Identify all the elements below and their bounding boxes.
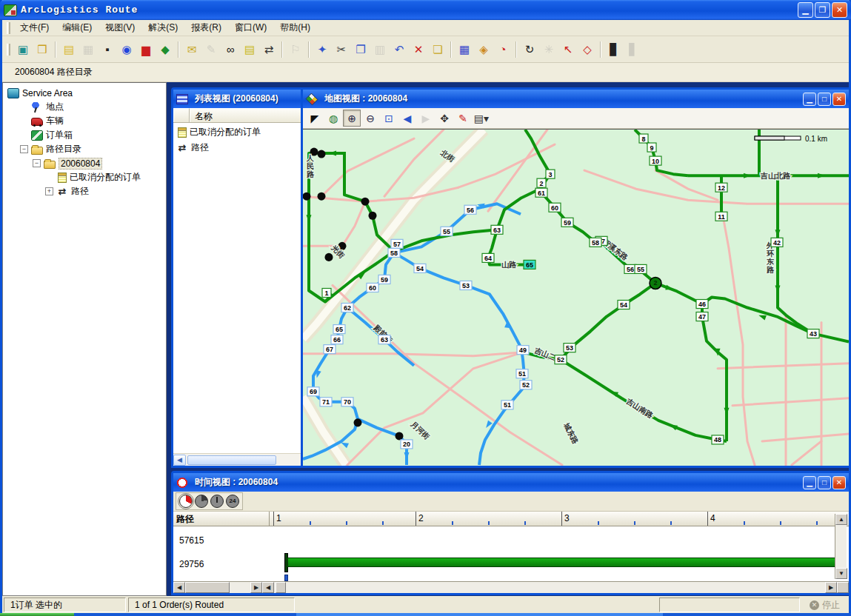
route-column-header[interactable]: 路径 — [173, 512, 270, 526]
tree-item--[interactable]: 订单箱 — [3, 128, 166, 142]
zoom-select-tool[interactable]: ⊡ — [380, 110, 398, 127]
export-icon[interactable]: ❏ — [429, 41, 447, 58]
map-view-title-bar[interactable]: 地图视图 : 20060804 ▁ □ ✕ — [303, 90, 849, 108]
clock-quarter[interactable] — [195, 495, 208, 508]
draw-tool[interactable]: ✎ — [454, 110, 472, 127]
lock-icon[interactable]: ▊ — [605, 41, 623, 58]
unassigned-stop-dot[interactable] — [396, 432, 404, 440]
map-maximize-button[interactable]: □ — [818, 93, 831, 106]
zone-select-icon[interactable]: ◇ — [578, 41, 596, 58]
map-image[interactable]: 北街人民路光街吉山北路智溪东路外环东路山路殿前街月河街吉山二路吉山南路城东路12… — [303, 130, 849, 466]
scroll-right-icon[interactable]: ▶ — [250, 582, 262, 593]
tree-item--[interactable]: 地点 — [3, 100, 166, 114]
collapse-icon[interactable]: − — [33, 159, 41, 167]
time-view-icon[interactable]: ◔ — [494, 41, 512, 58]
properties-icon[interactable]: ✦ — [313, 41, 331, 58]
route-row-label[interactable]: 57615 — [179, 535, 204, 546]
tree-item--[interactable]: +⇄路径 — [3, 184, 166, 198]
copy-icon[interactable]: ❐ — [352, 41, 370, 58]
orders-list-icon[interactable]: ▤ — [241, 41, 258, 58]
unassigned-stop-dot[interactable] — [354, 418, 362, 426]
unassigned-stop-dot[interactable] — [369, 212, 377, 220]
close-button[interactable]: ✕ — [832, 2, 847, 18]
clock-interval-red[interactable] — [179, 495, 193, 508]
time-view-title-bar[interactable]: 时间视图 : 20060804 ▁ □ ✕ — [173, 473, 849, 492]
clock-24h[interactable]: 24 — [226, 495, 239, 508]
restore-button[interactable]: ❐ — [815, 2, 830, 18]
full-extent-tool[interactable]: ◍ — [324, 110, 342, 127]
new-project-icon[interactable]: ▣ — [14, 41, 32, 58]
time-close-button[interactable]: ✕ — [832, 476, 846, 489]
route-hscroll-track[interactable] — [185, 582, 250, 593]
map-minimize-button[interactable]: ▁ — [803, 93, 816, 106]
menu-item-1[interactable]: 编辑(E) — [56, 20, 99, 35]
tree-item-service-area[interactable]: Service Area — [3, 86, 166, 100]
unassigned-stop-dot[interactable] — [318, 192, 326, 201]
scroll-right-icon[interactable]: ▶ — [825, 582, 837, 593]
tree-item--[interactable]: −路径目录 — [3, 142, 166, 156]
save-icon[interactable]: ▪ — [99, 41, 116, 58]
clock-hour[interactable] — [210, 495, 224, 508]
menu-item-5[interactable]: 窗口(W) — [228, 20, 273, 35]
rebuild-routes-icon[interactable]: ↻ — [521, 41, 538, 58]
expand-icon[interactable]: + — [45, 187, 53, 195]
zoom-in-tool[interactable]: ⊕ — [343, 110, 361, 127]
reassign-select-icon[interactable]: ↖ — [559, 41, 577, 58]
time-cursor-marker[interactable] — [284, 575, 288, 581]
unassigned-stop-dot[interactable] — [303, 192, 311, 201]
collapse-icon[interactable]: − — [20, 145, 28, 153]
cut-icon[interactable]: ✂ — [333, 41, 350, 58]
route-row-label[interactable]: 29756 — [179, 559, 204, 569]
timeline-hscroll-track[interactable] — [274, 582, 825, 593]
scroll-down-icon[interactable]: ▼ — [835, 568, 847, 579]
find-icon[interactable]: ∞ — [221, 41, 239, 58]
navigation-tree: Service Area地点车辆订单箱−路径目录−20060804已取消分配的订… — [2, 82, 167, 596]
list-view-icon[interactable]: ▦ — [455, 41, 473, 58]
gantt-bar[interactable] — [287, 558, 845, 567]
new-folder-icon[interactable]: ▤ — [60, 41, 78, 58]
unassigned-stop-dot[interactable] — [325, 253, 333, 261]
locations-icon[interactable]: ◉ — [118, 41, 136, 58]
tree-item--[interactable]: 已取消分配的订单 — [3, 170, 166, 184]
menu-item-0[interactable]: 文件(F) — [13, 20, 56, 35]
map-close-button[interactable]: ✕ — [832, 93, 846, 106]
toolbar-grip[interactable] — [7, 44, 10, 56]
timeline-hscroll-thumb[interactable] — [276, 582, 286, 593]
scroll-left-icon[interactable]: ◀ — [173, 455, 186, 466]
unassigned-stop-dot[interactable] — [361, 198, 370, 206]
vehicles-icon[interactable]: ▆ — [137, 41, 155, 58]
unassigned-stop-dot[interactable] — [318, 150, 326, 158]
stop-button[interactable]: ✕ 停止 — [802, 597, 847, 612]
open-project-icon[interactable]: ❒ — [33, 41, 51, 58]
start-button-edge[interactable] — [0, 613, 74, 616]
scroll-left-icon[interactable]: ◀ — [262, 582, 274, 593]
assign-orders-icon[interactable]: ✉ — [183, 41, 201, 58]
scroll-left-icon[interactable]: ◀ — [173, 582, 185, 593]
tree-item--[interactable]: 车辆 — [3, 114, 166, 128]
print-tool[interactable]: ▤▾ — [473, 110, 490, 127]
time-maximize-button[interactable]: □ — [818, 476, 831, 489]
routes-icon[interactable]: ⇄ — [260, 41, 278, 58]
order-box-icon[interactable]: ◆ — [156, 41, 174, 58]
zoom-out-tool[interactable]: ⊖ — [361, 110, 379, 127]
route-hscroll-thumb[interactable] — [185, 582, 230, 593]
list-selector-column-header[interactable] — [173, 108, 190, 122]
select-tool[interactable]: ◤ — [306, 110, 324, 127]
undo-icon[interactable]: ↶ — [390, 41, 408, 58]
back-tool[interactable]: ◀ — [398, 110, 416, 127]
menu-item-3[interactable]: 解决(S) — [141, 20, 184, 35]
menu-grip[interactable] — [7, 22, 10, 34]
menu-item-2[interactable]: 视图(V) — [99, 20, 141, 35]
scroll-up-icon[interactable]: ▲ — [835, 514, 847, 525]
time-vscrollbar[interactable]: ▲ ▼ — [835, 514, 847, 579]
delete-icon[interactable]: ✕ — [410, 41, 427, 58]
menu-item-4[interactable]: 报表(R) — [184, 20, 228, 35]
map-canvas[interactable]: 北街人民路光街吉山北路智溪东路外环东路山路殿前街月河街吉山二路吉山南路城东路12… — [303, 129, 849, 466]
minimize-button[interactable]: ▁ — [798, 2, 813, 18]
time-minimize-button[interactable]: ▁ — [803, 476, 816, 489]
pan-tool[interactable]: ✥ — [435, 110, 453, 127]
menu-item-6[interactable]: 帮助(H) — [273, 20, 317, 35]
tree-item-20060804[interactable]: −20060804 — [3, 156, 166, 170]
list-hscroll-thumb[interactable] — [187, 455, 276, 465]
map-view-icon[interactable]: ◈ — [475, 41, 493, 58]
